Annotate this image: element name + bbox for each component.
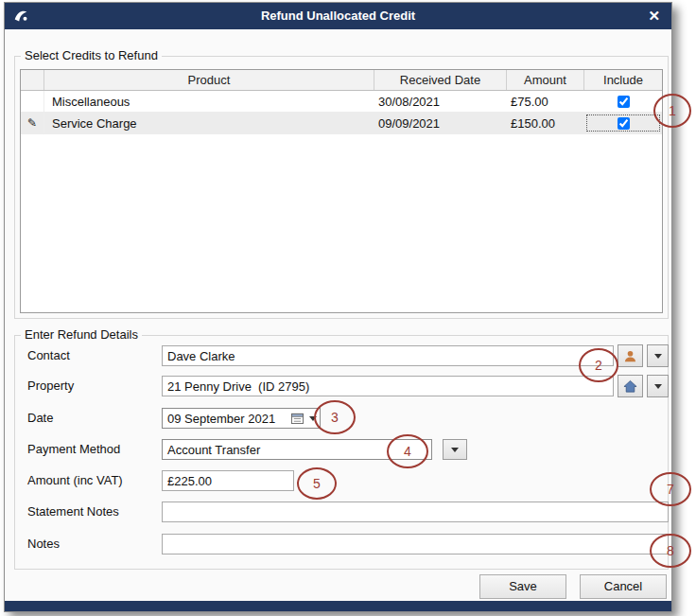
cell-amount: £150.00 — [507, 113, 584, 133]
cell-include — [584, 91, 662, 112]
payment-method-label: Payment Method — [27, 439, 120, 460]
person-icon — [623, 349, 637, 363]
calendar-icon — [288, 413, 305, 424]
notes-field[interactable] — [162, 534, 669, 554]
annotation-circle-4: 4 — [387, 434, 428, 468]
title-bar: Refund Unallocated Credit ✕ — [5, 3, 671, 29]
credits-grid-header: Product Received Date Amount Include — [21, 70, 662, 91]
cell-received-date: 30/08/2021 — [374, 91, 507, 112]
amount-field[interactable] — [162, 470, 294, 491]
notes-label: Notes — [27, 534, 60, 554]
property-field[interactable] — [162, 376, 614, 396]
bottom-accent-bar — [5, 601, 671, 611]
cell-include — [584, 113, 662, 133]
property-label: Property — [27, 376, 74, 396]
property-lookup-button[interactable] — [618, 375, 643, 397]
row-selector[interactable] — [21, 91, 44, 112]
edit-pencil-icon: ✎ — [27, 116, 37, 130]
refund-dialog: Refund Unallocated Credit ✕ Select Credi… — [4, 2, 672, 612]
save-button[interactable]: Save — [479, 574, 566, 599]
annotation-circle-3: 3 — [314, 400, 356, 434]
row-selector[interactable]: ✎ — [21, 113, 44, 133]
payment-method-dropdown-button[interactable] — [443, 439, 467, 460]
property-dropdown-button[interactable] — [647, 375, 669, 397]
date-value: 09 September 2021 — [163, 412, 288, 426]
column-header-amount[interactable]: Amount — [507, 70, 584, 90]
house-icon — [623, 379, 637, 394]
date-label: Date — [27, 408, 53, 429]
statement-notes-label: Statement Notes — [27, 502, 119, 522]
cell-product: Service Charge — [44, 113, 374, 133]
contact-label: Contact — [27, 345, 70, 366]
annotation-circle-8: 8 — [650, 534, 691, 568]
cancel-button[interactable]: Cancel — [580, 574, 667, 599]
chevron-down-icon — [451, 448, 459, 452]
cell-product: Miscellaneous — [44, 91, 374, 112]
column-header-received-date[interactable]: Received Date — [374, 70, 507, 90]
window-title: Refund Unallocated Credit — [5, 3, 671, 29]
table-row[interactable]: Miscellaneous 30/08/2021 £75.00 — [21, 91, 662, 113]
credits-grid: Product Received Date Amount Include Mis… — [20, 69, 663, 313]
annotation-circle-7: 7 — [650, 472, 691, 506]
column-header-selector — [21, 70, 44, 90]
credits-group-title: Select Credits to Refund — [21, 48, 162, 62]
date-picker[interactable]: 09 September 2021 — [162, 408, 321, 429]
contact-lookup-button[interactable] — [618, 344, 643, 367]
refund-details-group-title: Enter Refund Details — [21, 327, 142, 342]
column-header-include[interactable]: Include — [584, 70, 662, 90]
statement-notes-field[interactable] — [162, 502, 669, 522]
include-checkbox[interactable] — [618, 117, 630, 130]
annotation-circle-2: 2 — [579, 348, 618, 382]
cell-amount: £75.00 — [507, 91, 584, 112]
contact-dropdown-button[interactable] — [647, 344, 669, 367]
include-checkbox[interactable] — [618, 96, 630, 108]
amount-label: Amount (inc VAT) — [27, 470, 123, 491]
annotation-circle-1: 1 — [653, 94, 691, 128]
table-row[interactable]: ✎ Service Charge 09/09/2021 £150.00 — [21, 113, 662, 134]
chevron-down-icon — [654, 354, 662, 359]
cell-received-date: 09/09/2021 — [374, 113, 507, 133]
contact-field[interactable] — [162, 345, 614, 366]
column-header-product[interactable]: Product — [44, 70, 374, 90]
annotation-circle-5: 5 — [297, 467, 337, 500]
close-icon[interactable]: ✕ — [648, 3, 660, 29]
chevron-down-icon — [654, 384, 662, 389]
